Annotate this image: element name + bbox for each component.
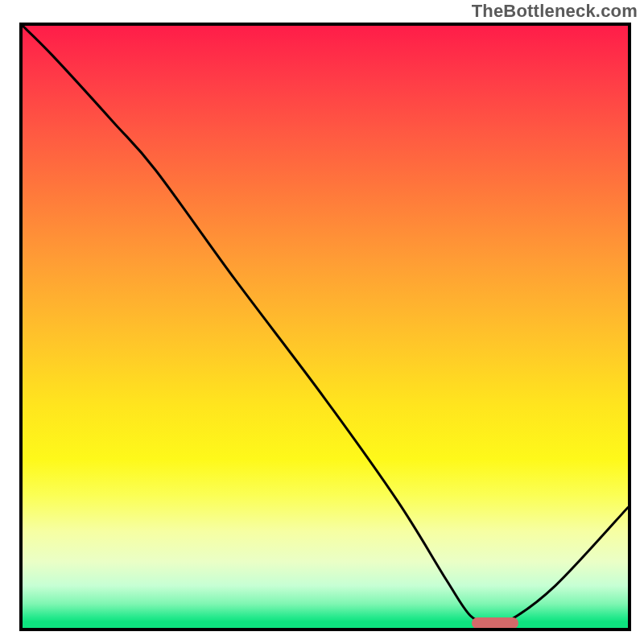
watermark-text: TheBottleneck.com <box>472 1 638 22</box>
plot-frame <box>19 23 631 631</box>
bottleneck-curve <box>23 26 628 628</box>
optimal-marker <box>472 617 518 629</box>
